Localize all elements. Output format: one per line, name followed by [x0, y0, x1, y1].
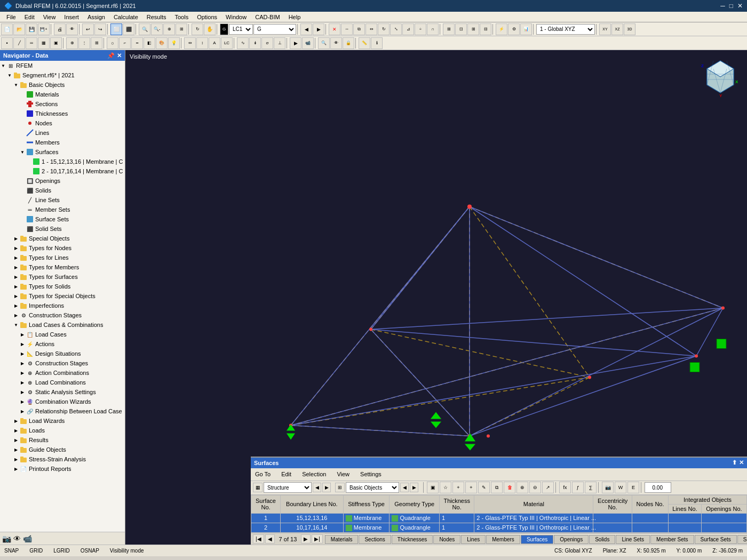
panel-view[interactable]: View — [335, 471, 352, 477]
tb2-ortho[interactable]: ⊞ — [91, 37, 102, 49]
panel-basic-next[interactable]: ▶ — [410, 483, 418, 492]
page-prev[interactable]: ◀ — [265, 534, 275, 543]
tree-item-imperfections[interactable]: ▶Imperfections — [0, 301, 125, 310]
tree-item-surface-sets[interactable]: Surface Sets — [0, 214, 125, 224]
tb-new[interactable]: 📄 — [1, 23, 13, 35]
bottom-tab-line-sets[interactable]: Line Sets — [616, 535, 650, 544]
panel-tb-highlight[interactable]: ☆ — [440, 482, 451, 493]
panel-tb-export[interactable]: ↗ — [542, 482, 554, 493]
tree-item-openings[interactable]: 🔲Openings — [0, 176, 125, 186]
menu-help[interactable]: Help — [284, 14, 305, 20]
tb2-lock[interactable]: 🔒 — [343, 37, 354, 49]
panel-tb-add2[interactable]: + — [465, 482, 477, 493]
tb2-forces[interactable]: ↡ — [249, 37, 261, 49]
close-button[interactable]: ✕ — [737, 2, 743, 10]
menu-results[interactable]: Results — [142, 14, 171, 20]
bottom-tab-thicknesses[interactable]: Thicknesses — [392, 535, 433, 544]
tb-zoom-all[interactable]: ⊕ — [163, 23, 175, 35]
bottom-tab-surface-sets[interactable]: Surface Sets — [695, 535, 737, 544]
panel-tb-screenshot[interactable]: 📷 — [602, 482, 614, 493]
bottom-tab-surfaces[interactable]: Surfaces — [521, 535, 553, 544]
tb-zoom-out[interactable]: 🔍- — [151, 23, 163, 35]
tb2-filter[interactable]: 🔍 — [318, 37, 330, 49]
tree-item-printout[interactable]: ▶📄Printout Reports — [0, 464, 125, 474]
bottom-tab-lines[interactable]: Lines — [461, 535, 486, 544]
panel-expand-button[interactable]: ⬆ — [732, 459, 737, 466]
view-cube[interactable]: Y X Z — [699, 55, 742, 98]
tree-item-member-sets[interactable]: ═Member Sets — [0, 205, 125, 214]
tb-scale[interactable]: ⤡ — [390, 23, 402, 35]
tree-item-loads[interactable]: ▶Loads — [0, 426, 125, 435]
tb2-reactions[interactable]: ⊥ — [274, 37, 285, 49]
tb-undo[interactable]: ↩ — [82, 23, 94, 35]
surfaces-table[interactable]: SurfaceNo. Boundary Lines No. Stiffness … — [251, 495, 747, 533]
panel-tb-edit[interactable]: ✎ — [478, 482, 490, 493]
panel-tb-word[interactable]: W — [615, 482, 626, 493]
tb2-solids[interactable]: ▣ — [50, 37, 62, 49]
tb-project[interactable]: ⊿ — [402, 23, 414, 35]
tb-redo[interactable]: ↪ — [94, 23, 106, 35]
panel-basic-prev[interactable]: ◀ — [400, 483, 409, 492]
bottom-tab-nodes[interactable]: Nodes — [433, 535, 460, 544]
panel-structure-filter[interactable]: Structure — [264, 482, 312, 493]
tb2-stresses[interactable]: σ — [261, 37, 273, 49]
tree-item-load-combinations[interactable]: ▶⊕Load Combinations — [0, 378, 125, 387]
panel-selection[interactable]: Selection — [300, 471, 328, 477]
tb-divide[interactable]: ÷ — [415, 23, 426, 35]
nav-pin-button[interactable]: 📌 — [107, 52, 115, 59]
tree-item-types-special[interactable]: ▶Types for Special Objects — [0, 291, 125, 301]
tree-item-thicknesses[interactable]: Thicknesses — [0, 109, 125, 118]
tree-item-nodes[interactable]: Nodes — [0, 118, 125, 128]
tb-select-frame[interactable]: ⬛ — [123, 23, 134, 35]
panel-tb-excel[interactable]: E — [627, 482, 639, 493]
tree-item-solids[interactable]: ⬛Solids — [0, 186, 125, 195]
panel-tb-dup[interactable]: ⧉ — [491, 482, 503, 493]
tree-item-relationship[interactable]: ▶🔗Relationship Between Load Case — [0, 406, 125, 416]
tree-item-basic-objects[interactable]: ▼Basic Objects — [0, 80, 125, 90]
menu-file[interactable]: File — [2, 14, 20, 20]
tree-item-guide-objects[interactable]: ▶Guide Objects — [0, 445, 125, 454]
panel-edit[interactable]: Edit — [279, 471, 293, 477]
view-combo[interactable]: 1 - Global XYZ — [536, 24, 595, 35]
maximize-button[interactable]: □ — [729, 2, 733, 10]
tree-item-types-solids[interactable]: ▶Types for Solids — [0, 282, 125, 291]
tb-more3[interactable]: ⊞ — [467, 23, 479, 35]
panel-tb-formula[interactable]: fx — [559, 482, 571, 493]
tb-print[interactable]: 🖨 — [54, 23, 66, 35]
bottom-tab-openings[interactable]: Openings — [554, 535, 589, 544]
tree-item-action-combinations[interactable]: ▶⊕Action Combinations — [0, 368, 125, 378]
bottom-tab-members[interactable]: Members — [486, 535, 520, 544]
table-row[interactable]: 210,17,16,14MembraneQuadrangle12 - Glass… — [251, 523, 747, 532]
tb-save[interactable]: 💾 — [26, 23, 37, 35]
menu-window[interactable]: Window — [221, 14, 251, 20]
tb-pan[interactable]: ✋ — [204, 23, 216, 35]
tb2-members[interactable]: ═ — [26, 37, 37, 49]
tb-more1[interactable]: ⊞ — [443, 23, 455, 35]
tree-item-surface2[interactable]: 2 - 10,17,16,14 | Membrane | C — [0, 166, 125, 176]
panel-goto[interactable]: Go To — [253, 471, 273, 477]
tb2-color[interactable]: 🎨 — [156, 37, 168, 49]
menu-cad-bim[interactable]: CAD-BIM — [251, 14, 284, 20]
tree-item-sections[interactable]: Sections — [0, 99, 125, 109]
tree-item-construction-stages[interactable]: ▶⚙Construction Stages — [0, 310, 125, 320]
page-first[interactable]: |◀ — [253, 534, 264, 543]
tree-item-special-objects[interactable]: ▶Special Objects — [0, 234, 125, 243]
tb2-dims[interactable]: ⇔ — [184, 37, 196, 49]
tb-calc[interactable]: ⚡ — [496, 23, 507, 35]
lc-g-select[interactable]: G — [253, 24, 296, 35]
tree-item-materials[interactable]: Materials — [0, 90, 125, 99]
tree-item-rfem[interactable]: ▼⊞RFEM — [0, 61, 125, 70]
bottom-tab-solid-sets[interactable]: Solid Sets — [737, 535, 747, 544]
tb-zoom-window[interactable]: ⊞ — [176, 23, 187, 35]
tb-print-preview[interactable]: 👁 — [66, 23, 78, 35]
tb2-video[interactable]: 📹 — [302, 37, 314, 49]
panel-tb-formula3[interactable]: ∑ — [585, 482, 597, 493]
tree-item-static-analysis[interactable]: ▶⚙Static Analysis Settings — [0, 387, 125, 397]
tb-mirror[interactable]: ⇔ — [365, 23, 377, 35]
menu-calculate[interactable]: Calculate — [109, 14, 142, 20]
tree-item-types-nodes[interactable]: ▶Types for Nodes — [0, 243, 125, 253]
menu-options[interactable]: Options — [193, 14, 221, 20]
bottom-tab-sections[interactable]: Sections — [359, 535, 391, 544]
tb-more2[interactable]: ⊡ — [455, 23, 467, 35]
panel-filter-prev[interactable]: ◀ — [313, 483, 321, 492]
